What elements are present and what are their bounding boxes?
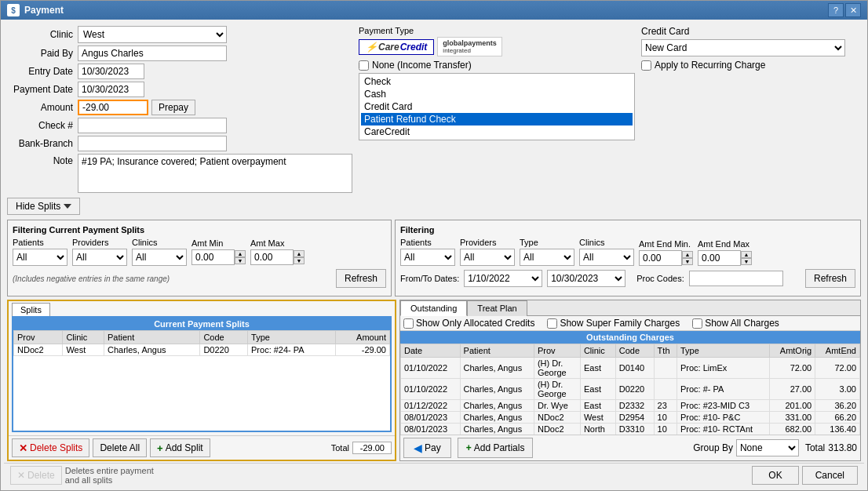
splits-col-prov: Prov <box>14 331 63 344</box>
r-clinics-select[interactable]: All <box>579 249 634 266</box>
to-date-select[interactable]: 10/30/2023 <box>547 270 625 287</box>
providers-filter-group: Providers All <box>72 238 127 266</box>
group-by-select[interactable]: None <box>736 439 799 456</box>
amt-min-up[interactable]: ▲ <box>235 250 246 257</box>
payment-type-logos: ⚡CareCredit globalpayments integrated <box>359 37 635 56</box>
patients-filter-select[interactable]: All <box>13 249 67 266</box>
outstanding-tab[interactable]: Outstanding <box>400 300 467 316</box>
show-allocated-checkbox[interactable] <box>403 318 414 329</box>
delete-main-x-icon: ✕ <box>17 470 25 481</box>
amt-min-down[interactable]: ▼ <box>235 257 246 264</box>
splits-tab[interactable]: Splits <box>12 303 50 316</box>
credit-card-select[interactable]: New Card <box>641 39 845 56</box>
split-amount: -29.00 <box>336 344 390 356</box>
out-tth: 10 <box>654 424 677 435</box>
global-payments-logo[interactable]: globalpayments integrated <box>437 37 502 56</box>
out-type: Proc: LimEx <box>677 358 769 379</box>
out-amtorig: 331.00 <box>769 412 815 424</box>
entry-date-input[interactable] <box>78 64 144 79</box>
payment-option-check[interactable]: Check <box>361 75 633 88</box>
payment-date-input[interactable] <box>78 82 144 97</box>
add-partials-button[interactable]: + Add Partials <box>458 438 534 458</box>
outstanding-total: Total 313.80 <box>805 442 857 453</box>
payment-window: $ Payment ? ✕ Clinic West Paid By <box>0 0 868 491</box>
list-item[interactable]: 01/12/2022 Charles, Angus Dr. Wye East D… <box>401 400 860 412</box>
payment-icon: $ <box>7 4 20 16</box>
r-amt-max-input[interactable] <box>698 250 741 266</box>
out-amtend: 3.00 <box>815 379 860 400</box>
outstanding-tabs: Outstanding Treat Plan <box>400 300 860 316</box>
r-type-filter-group: Type All <box>520 238 574 266</box>
r-amt-max-down[interactable]: ▼ <box>741 258 752 265</box>
cancel-button[interactable]: Cancel <box>802 466 858 485</box>
none-income-checkbox[interactable] <box>359 60 369 71</box>
clinics-filter-select[interactable]: All <box>132 249 187 266</box>
out-type: Proc: #23-MID C3 <box>677 400 769 412</box>
table-row[interactable]: NDoc2 West Charles, Angus D0220 Proc: #2… <box>14 344 390 356</box>
split-clinic: West <box>63 344 104 356</box>
close-button[interactable]: ✕ <box>845 3 861 17</box>
out-prov: (H) Dr. George <box>534 379 580 400</box>
r-amt-min-input[interactable] <box>639 250 682 266</box>
r-providers-select[interactable]: All <box>460 249 515 266</box>
out-code: D2954 <box>615 412 654 424</box>
delete-all-button[interactable]: Delete All <box>93 438 147 457</box>
r-amt-max-up[interactable]: ▲ <box>741 251 752 258</box>
left-refresh-button[interactable]: Refresh <box>336 269 386 288</box>
splits-panel: Splits Current Payment Splits Prov Clini… <box>7 300 396 461</box>
list-item[interactable]: 08/01/2023 Charles, Angus NDoc2 North D3… <box>401 424 860 435</box>
out-date: 01/12/2022 <box>401 400 461 412</box>
show-all-charges-checkbox[interactable] <box>692 318 702 329</box>
clinic-select[interactable]: West <box>78 26 227 43</box>
care-credit-logo[interactable]: ⚡CareCredit <box>359 39 434 55</box>
prepay-button[interactable]: Prepay <box>151 100 195 115</box>
out-patient: Charles, Angus <box>460 424 534 435</box>
out-patient: Charles, Angus <box>460 379 534 400</box>
list-item[interactable]: 08/01/2023 Charles, Angus NDoc2 West D29… <box>401 412 860 424</box>
ok-button[interactable]: OK <box>752 466 798 485</box>
apply-recurring-checkbox[interactable] <box>641 60 651 71</box>
credit-card-label: Credit Card <box>641 26 861 37</box>
top-section: Clinic West Paid By Angus Charles Entry … <box>4 23 864 218</box>
delete-splits-label: Delete Splits <box>30 442 82 453</box>
add-split-label: Add Split <box>166 442 203 453</box>
list-item[interactable]: 01/10/2022 Charles, Angus (H) Dr. George… <box>401 358 860 379</box>
payment-option-creditcard[interactable]: Credit Card <box>361 100 633 113</box>
show-super-family-checkbox[interactable] <box>547 318 557 329</box>
delete-description: Deletes entire paymentand all splits <box>65 466 154 485</box>
payment-option-carecredit[interactable]: CareCredit <box>361 125 633 138</box>
note-textarea[interactable]: #19 PA; Insurance covered; Patient overp… <box>78 154 352 193</box>
r-amt-min-down[interactable]: ▼ <box>682 258 693 265</box>
payment-option-refund[interactable]: Patient Refund Check <box>361 113 633 125</box>
delete-main-button[interactable]: ✕ Delete <box>10 466 62 485</box>
treat-plan-tab[interactable]: Treat Plan <box>467 300 527 316</box>
r-type-select[interactable]: All <box>520 249 574 266</box>
bank-branch-input[interactable] <box>78 136 227 151</box>
window-title: Payment <box>24 5 64 16</box>
right-refresh-button[interactable]: Refresh <box>805 269 855 288</box>
help-button[interactable]: ? <box>828 3 844 17</box>
out-patient: Charles, Angus <box>460 400 534 412</box>
add-split-button[interactable]: + Add Split <box>150 438 210 457</box>
amount-input[interactable] <box>78 100 148 115</box>
pay-button[interactable]: ◀ Pay <box>403 438 451 458</box>
r-amt-min-up[interactable]: ▲ <box>682 251 693 258</box>
list-item[interactable]: 01/10/2022 Charles, Angus (H) Dr. George… <box>401 379 860 400</box>
providers-filter-select[interactable]: All <box>72 249 127 266</box>
r-patients-select[interactable]: All <box>400 249 455 266</box>
amt-min-input[interactable] <box>191 249 235 265</box>
entry-date-row: Entry Date <box>7 64 352 79</box>
out-code: D0140 <box>615 358 654 379</box>
amt-max-input[interactable] <box>250 249 294 265</box>
from-date-select[interactable]: 1/10/2022 <box>464 270 542 287</box>
proc-codes-input[interactable] <box>689 271 783 286</box>
amt-max-up[interactable]: ▲ <box>294 250 305 257</box>
amt-max-down[interactable]: ▼ <box>294 257 305 264</box>
hide-splits-button[interactable]: Hide Splits <box>7 198 80 215</box>
payment-option-cash[interactable]: Cash <box>361 88 633 100</box>
paid-by-input[interactable]: Angus Charles <box>78 45 227 61</box>
outstanding-table-container: Date Patient Prov Clinic Code Tth Type A… <box>400 344 860 435</box>
delete-splits-button[interactable]: ✕ Delete Splits <box>12 438 89 457</box>
bottom-bar: ✕ Delete Deletes entire paymentand all s… <box>4 463 864 487</box>
check-input[interactable] <box>78 118 227 133</box>
